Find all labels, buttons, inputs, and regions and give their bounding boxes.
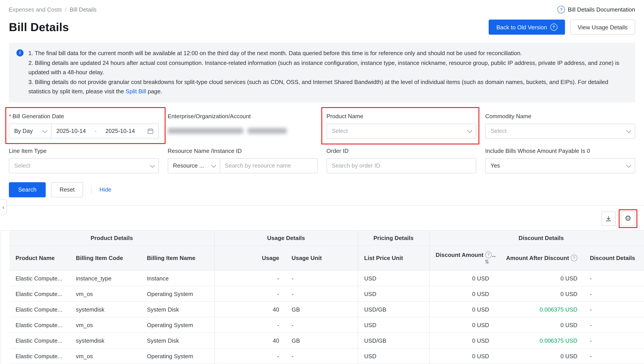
breadcrumb-separator: /	[65, 6, 66, 13]
cell-list-price-unit: USD	[358, 286, 429, 302]
cell-billing-item-name: System Disk	[141, 333, 214, 348]
cell-product-name: Elastic Compute...	[9, 333, 70, 348]
table-row: Elastic Compute...vm_osOperating System-…	[9, 286, 644, 302]
filter-product-name: Product Name Select	[326, 113, 476, 138]
column-header-discount-details: Discount Details	[584, 246, 644, 270]
cell-usage-unit: GB	[286, 333, 358, 348]
cell-discount-details: -	[584, 348, 644, 364]
table-settings-button[interactable]: ⚙	[621, 211, 635, 226]
split-bill-link[interactable]: Split Bill	[126, 88, 146, 95]
commodity-name-select[interactable]: Select	[485, 123, 635, 138]
cell-discount-amount: 0 USD	[429, 348, 495, 364]
cell-amount-after-discount: 0 USD	[495, 348, 584, 364]
breadcrumb-item-expenses[interactable]: Expenses and Costs	[9, 6, 62, 13]
resource-search-input[interactable]	[225, 162, 312, 169]
chevron-down-icon	[150, 162, 155, 167]
redacted-text-blob	[168, 128, 243, 134]
cell-usage: -	[214, 286, 286, 302]
chevron-down-icon	[626, 128, 631, 133]
documentation-link[interactable]: ? Bill Details Documentation	[558, 6, 635, 13]
cell-usage-unit: -	[286, 317, 358, 333]
reset-button[interactable]: Reset	[51, 182, 83, 197]
cell-product-name: Elastic Compute...	[9, 348, 70, 364]
cell-billing-item-code: systemdisk	[70, 333, 141, 348]
resource-type-value: Resource ...	[173, 162, 204, 169]
calendar-icon	[147, 128, 153, 134]
hide-filters-link[interactable]: Hide	[100, 186, 112, 193]
cell-discount-amount: 0 USD	[429, 286, 495, 302]
cell-amount-after-discount: 0 USD	[495, 270, 584, 286]
cell-list-price-unit: USD/GB	[358, 302, 429, 317]
table-row: Elastic Compute...vm_osOperating System-…	[9, 348, 644, 364]
required-asterisk: *	[9, 113, 11, 120]
sort-icon[interactable]: ⇅	[485, 259, 489, 265]
bill-table-wrap: Product Details Usage Details Pricing De…	[0, 230, 644, 364]
filter-actions: Search Reset Hide	[0, 182, 644, 197]
search-button[interactable]: Search	[9, 182, 46, 197]
cell-usage-unit: GB	[286, 302, 358, 317]
cell-billing-item-name: Instance	[141, 270, 214, 286]
cell-billing-item-code: vm_os	[70, 317, 141, 333]
date-granularity-select[interactable]: By Day	[9, 123, 52, 138]
column-header-discount-amount[interactable]: Discount Amount? ⇅	[429, 246, 495, 270]
notice-line-2: 2. Billing details are updated 24 hours …	[28, 58, 625, 77]
column-group-pricing-details: Pricing Details	[358, 231, 429, 246]
collapse-panel-handle[interactable]: ‹	[0, 199, 7, 215]
column-header-billing-item-code: Billing Item Code	[70, 246, 141, 270]
cell-discount-details: -	[584, 270, 644, 286]
cell-product-name: Elastic Compute...	[9, 302, 70, 317]
include-zero-bills-value: Yes	[491, 162, 500, 169]
commodity-name-label: Commodity Name	[485, 113, 635, 120]
cell-usage: 40	[214, 333, 286, 348]
cell-product-name: Elastic Compute...	[9, 270, 70, 286]
bill-details-page: Expenses and Costs / Bill Details ? Bill…	[0, 0, 644, 364]
cell-product-name: Elastic Compute...	[9, 286, 70, 302]
line-item-type-select[interactable]: Select	[9, 158, 159, 173]
redacted-text-blob	[248, 128, 287, 134]
cell-discount-details: -	[584, 317, 644, 333]
filter-account: Enterprise/Organization/Account	[168, 113, 318, 138]
column-header-list-price-unit: List Price Unit	[358, 246, 429, 270]
cell-amount-after-discount: 0 USD	[495, 317, 584, 333]
date-range-picker[interactable]: 2025-10-14 - 2025-10-14	[51, 123, 159, 138]
divider	[91, 186, 92, 194]
cell-list-price-unit: USD	[358, 317, 429, 333]
breadcrumb: Expenses and Costs / Bill Details	[9, 6, 96, 13]
column-header-usage: Usage	[214, 246, 286, 270]
cell-usage-unit: -	[286, 348, 358, 364]
section-divider	[0, 205, 644, 206]
cell-product-name: Elastic Compute...	[9, 317, 70, 333]
cell-billing-item-name: Operating System	[141, 286, 214, 302]
cell-list-price-unit: USD	[358, 270, 429, 286]
column-group-discount-details: Discount Details	[429, 231, 644, 246]
table-toolbar: ⚙	[0, 211, 644, 226]
include-zero-bills-select[interactable]: Yes	[485, 158, 635, 173]
order-id-label: Order ID	[326, 147, 476, 154]
notice-line-1: 1. The final bill data for the current m…	[28, 49, 625, 58]
account-label: Enterprise/Organization/Account	[168, 113, 318, 120]
bill-table: Product Details Usage Details Pricing De…	[9, 231, 644, 364]
date-range-end[interactable]: 2025-10-14	[106, 128, 135, 134]
filter-resource: Resource Name /Instance ID Resource ...	[168, 147, 318, 173]
filter-include-zero-bills: Include Bills Whose Amount Payable Is 0 …	[485, 147, 635, 173]
cell-usage: -	[214, 317, 286, 333]
bill-table-body: Elastic Compute...instance_typeInstance-…	[9, 270, 644, 364]
back-to-old-version-label: Back to Old Version	[496, 24, 547, 31]
cell-discount-amount: 0 USD	[429, 333, 495, 348]
table-row: Elastic Compute...systemdiskSystem Disk4…	[9, 302, 644, 317]
date-granularity-value: By Day	[14, 128, 33, 134]
question-icon: ?	[485, 252, 492, 258]
view-usage-details-button[interactable]: View Usage Details	[570, 20, 635, 35]
filter-order-id: Order ID	[326, 147, 476, 173]
product-name-select[interactable]: Select	[326, 123, 476, 138]
resource-type-select[interactable]: Resource ...	[168, 158, 220, 173]
cell-billing-item-name: Operating System	[141, 317, 214, 333]
back-to-old-version-button[interactable]: Back to Old Version ?	[489, 20, 565, 35]
download-button[interactable]	[602, 211, 616, 226]
order-id-input[interactable]	[332, 162, 471, 169]
date-range-start[interactable]: 2025-10-14	[56, 128, 86, 134]
column-group-product-details: Product Details	[9, 231, 214, 246]
column-group-usage-details: Usage Details	[214, 231, 358, 246]
cell-discount-details: -	[584, 333, 644, 348]
question-icon: ?	[558, 6, 565, 13]
